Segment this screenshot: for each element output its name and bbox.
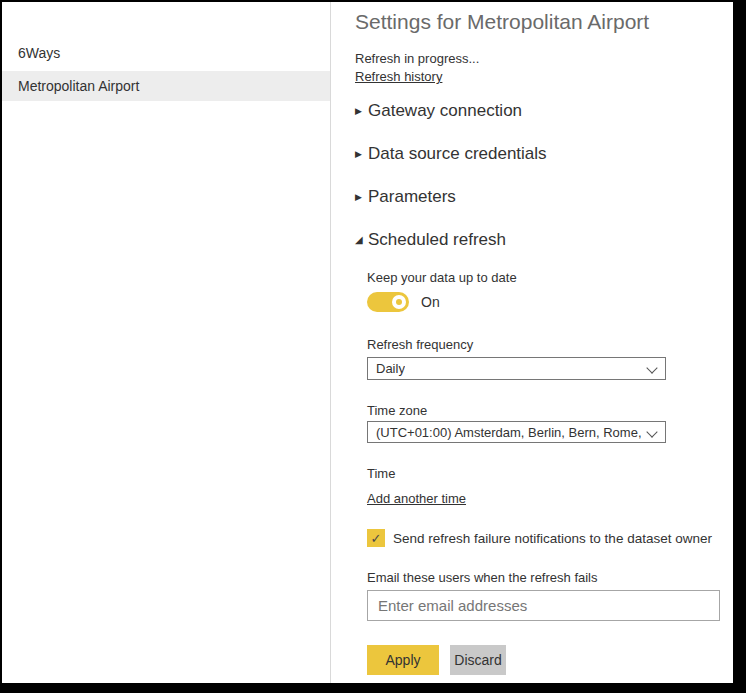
- keep-data-toggle-row: On: [367, 292, 733, 312]
- refresh-frequency-value: Daily: [376, 361, 405, 376]
- section-data-source-credentials[interactable]: ▶ Data source credentials: [355, 143, 733, 165]
- refresh-status: Refresh in progress... Refresh history: [355, 50, 733, 86]
- refresh-frequency-select[interactable]: Daily: [367, 357, 666, 380]
- scheduled-refresh-panel: Keep your data up to date On Refresh fre…: [367, 269, 733, 675]
- dataset-sidebar: 6Ways Metropolitan Airport: [2, 2, 331, 683]
- page-title: Settings for Metropolitan Airport: [355, 8, 733, 36]
- email-users-label: Email these users when the refresh fails: [367, 569, 733, 586]
- section-gateway-connection[interactable]: ▶ Gateway connection: [355, 100, 733, 122]
- toggle-state-label: On: [421, 294, 440, 310]
- apply-button[interactable]: Apply: [367, 645, 439, 675]
- email-addresses-input[interactable]: [367, 590, 720, 621]
- discard-button[interactable]: Discard: [450, 645, 506, 675]
- section-parameters[interactable]: ▶ Parameters: [355, 186, 733, 208]
- check-icon: ✓: [371, 532, 382, 545]
- notification-checkbox[interactable]: ✓: [367, 529, 385, 547]
- time-zone-label: Time zone: [367, 402, 733, 419]
- chevron-down-icon: [646, 426, 657, 437]
- sidebar-item-metropolitan-airport[interactable]: Metropolitan Airport: [2, 71, 330, 101]
- app-window: 6Ways Metropolitan Airport Settings for …: [0, 0, 746, 693]
- notification-checkbox-row: ✓ Send refresh failure notifications to …: [367, 529, 733, 547]
- collapsed-arrow-icon: ▶: [355, 150, 368, 159]
- refresh-status-message: Refresh in progress...: [355, 50, 733, 68]
- action-buttons: Apply Discard: [367, 645, 733, 675]
- time-zone-select[interactable]: (UTC+01:00) Amsterdam, Berlin, Bern, Rom…: [367, 421, 666, 443]
- section-label: Parameters: [368, 187, 456, 207]
- section-label: Scheduled refresh: [368, 230, 506, 250]
- chevron-down-icon: [646, 362, 657, 373]
- expanded-arrow-icon: ◢: [355, 235, 368, 245]
- section-label: Gateway connection: [368, 101, 522, 121]
- sidebar-item-6ways[interactable]: 6Ways: [2, 38, 330, 68]
- collapsed-arrow-icon: ▶: [355, 107, 368, 116]
- toggle-thumb: [392, 295, 406, 309]
- time-label: Time: [367, 465, 733, 482]
- section-scheduled-refresh[interactable]: ◢ Scheduled refresh: [355, 229, 733, 251]
- collapsed-arrow-icon: ▶: [355, 193, 368, 202]
- keep-data-toggle[interactable]: [367, 292, 409, 312]
- time-zone-value: (UTC+01:00) Amsterdam, Berlin, Bern, Rom…: [376, 425, 641, 440]
- keep-data-label: Keep your data up to date: [367, 269, 733, 286]
- settings-dialog: 6Ways Metropolitan Airport Settings for …: [2, 2, 733, 683]
- notification-checkbox-label: Send refresh failure notifications to th…: [393, 531, 712, 546]
- add-another-time-link[interactable]: Add another time: [367, 490, 466, 507]
- refresh-history-link[interactable]: Refresh history: [355, 69, 442, 84]
- refresh-frequency-label: Refresh frequency: [367, 336, 733, 353]
- section-label: Data source credentials: [368, 144, 547, 164]
- settings-panel: Settings for Metropolitan Airport Refres…: [331, 2, 733, 683]
